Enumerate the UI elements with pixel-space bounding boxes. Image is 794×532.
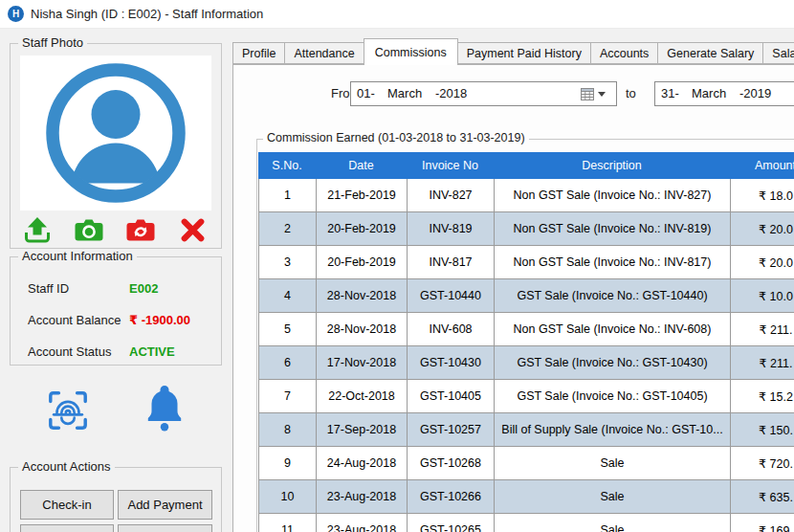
info-value: ₹ -1900.00: [129, 313, 190, 327]
table-cell: ₹ 10.0: [731, 279, 794, 312]
table-row[interactable]: 1123-Aug-2018GST-10265Sale₹ 169.: [259, 514, 794, 532]
column-header-amount[interactable]: Amount: [730, 152, 794, 179]
account-info-row: Account StatusACTIVE: [28, 336, 215, 367]
tab-salary-history[interactable]: Salary History: [762, 42, 794, 64]
notification-bell-icon[interactable]: [144, 384, 185, 437]
tab-generate-salary[interactable]: Generate Salary: [657, 42, 763, 64]
column-header-s-no[interactable]: S.No.: [258, 152, 316, 179]
table-cell: ₹ 635.: [731, 480, 794, 513]
table-cell: Sale: [495, 514, 731, 532]
camera-capture-icon[interactable]: [74, 215, 104, 244]
table-row[interactable]: 924-Aug-2018GST-10268Sale₹ 720.: [259, 447, 794, 480]
to-label: to: [626, 86, 636, 100]
staff-photo-group-label: Staff Photo: [18, 35, 87, 50]
table-cell: 22-Oct-2018: [317, 380, 408, 412]
table-cell: GST-10265: [408, 514, 495, 532]
tab-profile[interactable]: Profile: [232, 42, 285, 64]
table-cell: Non GST Sale (Invoice No.: INV-608): [495, 313, 731, 345]
commission-earned-group-label: Commission Earned (01-03-2018 to 31-03-2…: [263, 131, 529, 144]
column-header-date[interactable]: Date: [316, 152, 407, 179]
account-information-group: Account Information Staff IDE002Account …: [10, 256, 222, 366]
tab-payment-paid-history[interactable]: Payment Paid History: [457, 42, 591, 64]
table-cell: GST-10266: [408, 480, 495, 513]
table-cell: 7: [259, 380, 317, 412]
table-cell: 28-Nov-2018: [317, 313, 408, 345]
user-avatar-icon: [44, 61, 187, 205]
table-cell: Sale: [495, 447, 731, 479]
staff-photo: [20, 55, 211, 211]
tab-commissions[interactable]: Commissions: [364, 38, 458, 65]
column-header-invoice-no[interactable]: Invoice No: [407, 152, 494, 179]
table-cell: GST Sale (Invoice No.: GST-10430): [495, 346, 731, 379]
partial-button[interactable]: [118, 524, 212, 532]
camera-retake-icon[interactable]: [125, 215, 156, 244]
table-cell: 3: [259, 246, 317, 278]
table-row[interactable]: 121-Feb-2019INV-827Non GST Sale (Invoice…: [259, 179, 794, 212]
table-cell: ₹ 20.0: [731, 246, 794, 278]
to-month: March: [692, 82, 726, 105]
calendar-dropdown-icon[interactable]: [573, 83, 613, 104]
table-cell: 5: [259, 313, 317, 345]
table-cell: ₹ 211.: [731, 346, 794, 379]
table-cell: Non GST Sale (Invoice No.: INV-817): [495, 246, 731, 278]
from-date-picker[interactable]: 01- March -2018: [350, 81, 617, 106]
info-value: ACTIVE: [129, 344, 175, 359]
table-cell: GST-10257: [408, 413, 495, 446]
table-row[interactable]: 722-Oct-2018GST-10405GST Sale (Invoice N…: [259, 380, 794, 413]
account-info-rows: Staff IDE002Account Balance₹ -1900.00Acc…: [28, 273, 215, 367]
table-cell: INV-827: [408, 179, 495, 211]
table-row[interactable]: 428-Nov-2018GST-10440GST Sale (Invoice N…: [259, 279, 794, 313]
table-cell: INV-608: [408, 313, 495, 345]
tab-control: ProfileAttendanceCommissionsPayment Paid…: [232, 41, 794, 532]
tab-strip: ProfileAttendanceCommissionsPayment Paid…: [232, 41, 794, 64]
table-cell: GST Sale (Invoice No.: GST-10405): [495, 380, 731, 412]
info-value: E002: [129, 281, 158, 296]
delete-photo-icon[interactable]: [177, 215, 208, 244]
to-date-picker[interactable]: 31- March -2019: [654, 81, 794, 106]
table-cell: GST-10430: [408, 346, 495, 379]
table-cell: 20-Feb-2019: [317, 212, 408, 245]
table-cell: 1: [259, 179, 317, 211]
upload-photo-icon[interactable]: [22, 215, 53, 244]
account-action-buttons: Check-inAdd Payment: [20, 490, 212, 532]
table-body: 121-Feb-2019INV-827Non GST Sale (Invoice…: [258, 179, 794, 532]
table-cell: ₹ 169.: [731, 514, 794, 532]
check-in-button[interactable]: Check-in: [20, 490, 114, 520]
table-cell: 2: [259, 212, 317, 245]
commission-earned-group: Commission Earned (01-03-2018 to 31-03-2…: [256, 139, 794, 532]
account-actions-group-label: Account Actions: [18, 459, 115, 474]
table-cell: 10: [259, 480, 317, 513]
tab-attendance[interactable]: Attendance: [284, 42, 364, 64]
table-row[interactable]: 1023-Aug-2018GST-10266Sale₹ 635.: [259, 480, 794, 514]
table-row[interactable]: 320-Feb-2019INV-817Non GST Sale (Invoice…: [259, 246, 794, 279]
table-cell: Sale: [495, 480, 731, 513]
table-cell: Bill of Supply Sale (Invoice No.: GST-10…: [495, 413, 731, 446]
table-row[interactable]: 220-Feb-2019INV-819Non GST Sale (Invoice…: [259, 212, 794, 246]
column-header-description[interactable]: Description: [494, 152, 730, 179]
to-day: 31-: [661, 82, 679, 105]
table-cell: 6: [259, 346, 317, 379]
info-label: Account Status: [28, 344, 129, 359]
table-row[interactable]: 817-Sep-2018GST-10257Bill of Supply Sale…: [259, 413, 794, 447]
commissions-tab-page: From 01- March -2018 to 31- March -: [232, 64, 794, 532]
table-cell: 23-Aug-2018: [317, 514, 408, 532]
tab-accounts[interactable]: Accounts: [590, 42, 658, 64]
from-day: 01-: [357, 82, 375, 105]
table-header-row: S.No.DateInvoice NoDescriptionAmount: [258, 152, 794, 179]
table-cell: GST-10268: [408, 447, 495, 479]
table-cell: ₹ 20.0: [731, 212, 794, 245]
account-info-row: Staff IDE002: [28, 273, 215, 304]
from-year: -2018: [435, 82, 467, 105]
table-row[interactable]: 617-Nov-2018GST-10430GST Sale (Invoice N…: [259, 346, 794, 380]
staff-information-window: H Nisha Singh (ID : E002) - Staff Inform…: [0, 0, 794, 532]
table-cell: ₹ 211.: [731, 313, 794, 345]
info-label: Account Balance: [28, 313, 129, 327]
partial-button[interactable]: [20, 524, 114, 532]
commission-table: S.No.DateInvoice NoDescriptionAmount 121…: [258, 152, 794, 532]
fingerprint-scan-icon[interactable]: [46, 388, 90, 436]
account-info-row: Account Balance₹ -1900.00: [28, 304, 215, 336]
table-row[interactable]: 528-Nov-2018INV-608Non GST Sale (Invoice…: [259, 313, 794, 346]
table-cell: 8: [259, 413, 317, 446]
add-payment-button[interactable]: Add Payment: [118, 490, 212, 520]
table-cell: 4: [259, 279, 317, 312]
